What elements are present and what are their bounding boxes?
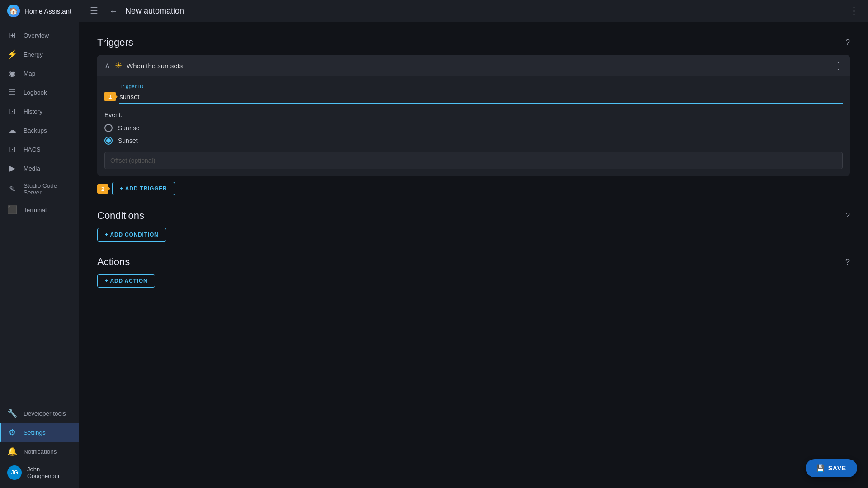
- sidebar-item-label: Settings: [24, 429, 46, 436]
- map-icon: ◉: [7, 68, 17, 78]
- terminal-icon: ⬛: [7, 205, 17, 215]
- radio-sunset-label: Sunset: [118, 137, 138, 144]
- annotation-2-label: 2: [101, 185, 104, 192]
- energy-icon: ⚡: [7, 49, 17, 59]
- sidebar-item-label: HACS: [24, 146, 41, 153]
- triggers-section-header: Triggers ?: [97, 37, 850, 48]
- radio-sunrise-circle: [104, 124, 113, 132]
- event-label: Event:: [104, 111, 843, 118]
- sidebar-header: 🏠 Home Assistant: [0, 0, 79, 22]
- actions-title: Actions: [97, 256, 130, 268]
- back-button[interactable]: ←: [107, 4, 120, 18]
- actions-section-header: Actions ?: [97, 256, 850, 268]
- sidebar-item-label: Media: [24, 165, 40, 172]
- trigger-body: 1 Trigger ID Event:: [97, 76, 850, 176]
- sidebar-item-label: Logbook: [24, 89, 47, 96]
- trigger-name: When the sun sets: [127, 62, 183, 70]
- sidebar-bottom: 🔧 Developer tools ⚙ Settings 🔔 Notificat…: [0, 400, 79, 488]
- radio-sunrise[interactable]: Sunrise: [104, 124, 843, 132]
- topbar: ☰ ← New automation ⋮: [79, 0, 868, 22]
- user-name: John Goughenour: [27, 466, 71, 479]
- developer-tools-icon: 🔧: [7, 408, 17, 418]
- trigger-id-input[interactable]: [119, 91, 843, 104]
- sidebar-item-energy[interactable]: ⚡ Energy: [0, 45, 79, 64]
- sidebar-item-overview[interactable]: ⊞ Overview: [0, 26, 79, 45]
- radio-sunrise-label: Sunrise: [118, 124, 139, 132]
- sidebar-item-logbook[interactable]: ☰ Logbook: [0, 83, 79, 102]
- sidebar-item-terminal[interactable]: ⬛ Terminal: [0, 200, 79, 219]
- logbook-icon: ☰: [7, 87, 17, 97]
- triggers-title: Triggers: [97, 37, 133, 48]
- notifications-icon: 🔔: [7, 446, 17, 456]
- app-logo: 🏠: [7, 5, 20, 17]
- sidebar-item-history[interactable]: ⊡ History: [0, 102, 79, 121]
- history-icon: ⊡: [7, 106, 17, 116]
- avatar: JG: [7, 465, 22, 480]
- event-radio-group: Sunrise Sunset: [104, 124, 843, 145]
- sidebar-item-developer-tools[interactable]: 🔧 Developer tools: [0, 404, 79, 423]
- backups-icon: ☁: [7, 125, 17, 135]
- trigger-id-label: Trigger ID: [119, 84, 843, 89]
- radio-sunset-circle: [104, 137, 113, 145]
- add-trigger-row: 2 + ADD TRIGGER: [97, 182, 850, 195]
- overview-icon: ⊞: [7, 30, 17, 40]
- collapse-chevron-icon[interactable]: ∧: [104, 61, 110, 71]
- annotation-1-label: 1: [108, 93, 112, 100]
- sidebar: 🏠 Home Assistant ⊞ Overview ⚡ Energy ◉ M…: [0, 0, 79, 488]
- sidebar-item-hacs[interactable]: ⊡ HACS: [0, 140, 79, 159]
- sidebar-nav: ⊞ Overview ⚡ Energy ◉ Map ☰ Logbook ⊡ Hi…: [0, 22, 79, 400]
- add-trigger-button[interactable]: + ADD TRIGGER: [112, 182, 175, 195]
- save-button[interactable]: 💾 SAVE: [806, 459, 857, 477]
- triggers-help-icon[interactable]: ?: [845, 38, 850, 47]
- more-options-button[interactable]: ⋮: [847, 3, 861, 19]
- sidebar-item-backups[interactable]: ☁ Backups: [0, 121, 79, 140]
- topbar-left: ☰ ← New automation: [86, 4, 184, 18]
- sidebar-item-label: Overview: [24, 32, 49, 39]
- conditions-section: Conditions ? + ADD CONDITION: [97, 210, 850, 242]
- sidebar-item-label: Backups: [24, 127, 47, 134]
- sidebar-item-label: Notifications: [24, 448, 57, 455]
- actions-section: Actions ? + ADD ACTION: [97, 256, 850, 288]
- trigger-card-header: ∧ ☀ When the sun sets ⋮: [97, 55, 850, 76]
- sidebar-item-label: Developer tools: [24, 410, 66, 417]
- content: Triggers ? ∧ ☀ When the sun sets ⋮: [79, 22, 868, 488]
- sun-icon: ☀: [115, 61, 122, 71]
- sidebar-item-notifications[interactable]: 🔔 Notifications: [0, 442, 79, 461]
- save-icon: 💾: [816, 464, 825, 472]
- sidebar-item-label: Map: [24, 70, 35, 77]
- trigger-card: ∧ ☀ When the sun sets ⋮ 1: [97, 55, 850, 176]
- hacs-icon: ⊡: [7, 144, 17, 154]
- conditions-title: Conditions: [97, 210, 144, 222]
- sidebar-item-settings[interactable]: ⚙ Settings: [0, 423, 79, 442]
- radio-sunset[interactable]: Sunset: [104, 137, 843, 145]
- trigger-more-button[interactable]: ⋮: [834, 60, 843, 71]
- sidebar-item-label: History: [24, 108, 42, 115]
- media-icon: ▶: [7, 163, 17, 173]
- sidebar-item-studio-code-server[interactable]: ✎ Studio Code Server: [0, 178, 79, 200]
- offset-input[interactable]: [104, 152, 843, 169]
- code-server-icon: ✎: [7, 184, 17, 194]
- save-label: SAVE: [828, 464, 846, 472]
- trigger-card-header-left: ∧ ☀ When the sun sets: [104, 61, 183, 71]
- page-title: New automation: [125, 6, 184, 16]
- settings-icon: ⚙: [7, 427, 17, 437]
- sidebar-item-label: Terminal: [24, 207, 47, 213]
- sidebar-item-label: Studio Code Server: [24, 182, 71, 196]
- triggers-section: Triggers ? ∧ ☀ When the sun sets ⋮: [97, 37, 850, 195]
- add-action-button[interactable]: + ADD ACTION: [97, 274, 155, 288]
- actions-help-icon[interactable]: ?: [845, 257, 850, 267]
- conditions-help-icon[interactable]: ?: [845, 211, 850, 221]
- sidebar-item-media[interactable]: ▶ Media: [0, 159, 79, 178]
- hamburger-icon[interactable]: ☰: [86, 4, 102, 18]
- user-row[interactable]: JG John Goughenour: [0, 461, 79, 484]
- app-title: Home Assistant: [24, 7, 71, 15]
- add-condition-button[interactable]: + ADD CONDITION: [97, 228, 166, 242]
- trigger-id-field: Trigger ID: [119, 84, 843, 104]
- sidebar-item-label: Energy: [24, 51, 43, 58]
- conditions-section-header: Conditions ?: [97, 210, 850, 222]
- main-area: ☰ ← New automation ⋮ Triggers ? ∧ ☀ When…: [79, 0, 868, 488]
- sidebar-item-map[interactable]: ◉ Map: [0, 64, 79, 83]
